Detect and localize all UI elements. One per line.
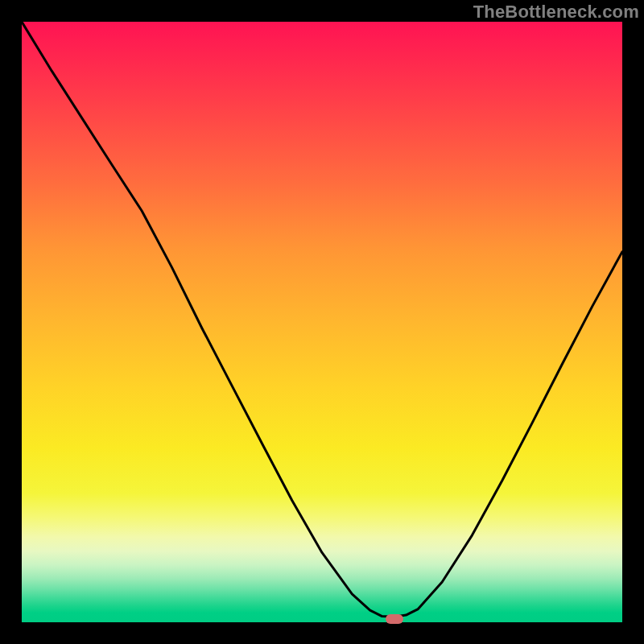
optimal-point-marker <box>386 614 403 624</box>
bottleneck-curve <box>22 22 622 622</box>
watermark-text: TheBottleneck.com <box>473 2 639 23</box>
chart-frame: TheBottleneck.com <box>0 0 644 644</box>
